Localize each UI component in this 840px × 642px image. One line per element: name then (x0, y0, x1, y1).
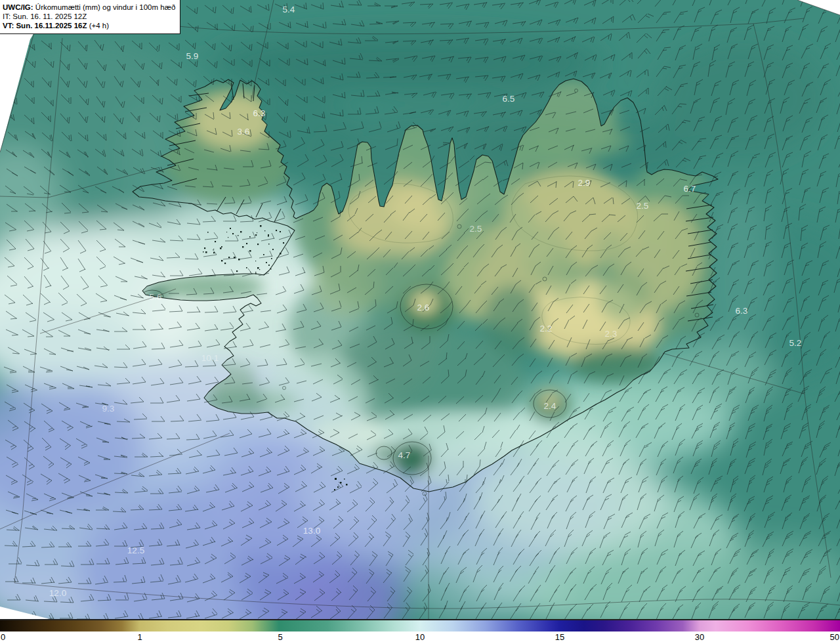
svg-text:3.6: 3.6 (238, 127, 250, 137)
svg-text:6.3: 6.3 (736, 306, 748, 316)
svg-text:5.2: 5.2 (789, 338, 802, 348)
svg-text:0: 0 (1, 632, 5, 642)
svg-text:2.6: 2.6 (417, 303, 430, 312)
svg-text:2.3: 2.3 (605, 329, 618, 339)
svg-text:6.7: 6.7 (684, 184, 696, 194)
svg-text:2.5: 2.5 (470, 224, 482, 234)
svg-text:9.3: 9.3 (102, 404, 115, 414)
svg-text:5: 5 (278, 632, 282, 642)
svg-text:50: 50 (830, 632, 839, 642)
svg-text:12.0: 12.0 (49, 588, 66, 598)
svg-text:2.2: 2.2 (540, 324, 553, 333)
svg-text:4.7: 4.7 (398, 450, 411, 460)
svg-text:5.9: 5.9 (186, 51, 199, 61)
svg-text:10: 10 (415, 632, 425, 642)
svg-text:1: 1 (137, 632, 142, 642)
svg-text:2.5: 2.5 (637, 201, 649, 211)
svg-text:2.9: 2.9 (578, 178, 591, 188)
svg-text:6.3: 6.3 (253, 108, 266, 118)
svg-text:15: 15 (555, 632, 564, 642)
svg-text:6.5: 6.5 (503, 94, 515, 104)
svg-text:30: 30 (695, 632, 704, 642)
svg-text:5.4: 5.4 (283, 5, 295, 14)
svg-text:13.0: 13.0 (303, 526, 320, 536)
svg-text:12.5: 12.5 (127, 546, 144, 555)
svg-text:2.4: 2.4 (544, 401, 556, 411)
svg-text:5.6: 5.6 (150, 292, 162, 302)
svg-text:10.1: 10.1 (201, 353, 219, 363)
